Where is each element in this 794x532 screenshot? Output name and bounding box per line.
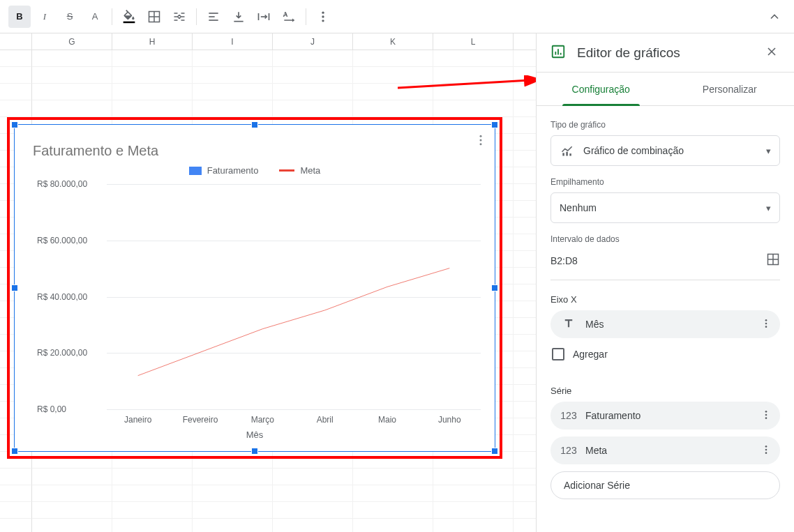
more-vertical-icon — [474, 133, 488, 147]
field-menu-button[interactable] — [758, 441, 774, 460]
toolbar-separator — [306, 8, 306, 25]
tab-customize[interactable]: Personalizar — [666, 73, 795, 105]
svg-rect-0 — [123, 21, 135, 22]
svg-point-10 — [322, 11, 324, 13]
col-header[interactable]: M — [514, 33, 536, 50]
resize-handle[interactable] — [11, 284, 18, 291]
svg-point-11 — [322, 15, 324, 17]
resize-handle[interactable] — [11, 448, 18, 455]
col-header[interactable]: I — [193, 33, 273, 50]
toolbar-separator — [112, 8, 112, 25]
chart-plot-area: R$ 0,00R$ 20.000,00R$ 40.000,00R$ 60.000… — [37, 184, 481, 409]
svg-rect-23 — [562, 153, 564, 155]
svg-point-36 — [765, 448, 767, 450]
italic-icon: I — [43, 11, 46, 22]
chart-title: Faturamento e Meta — [33, 143, 158, 159]
tab-setup[interactable]: Configuração — [537, 73, 666, 105]
borders-button[interactable] — [143, 6, 165, 28]
chart-object[interactable]: Faturamento e Meta Faturamento Meta R$ 0… — [14, 124, 495, 452]
text-rotation-button[interactable] — [278, 6, 300, 28]
col-header[interactable]: H — [112, 33, 193, 50]
more-button[interactable] — [312, 6, 334, 28]
legend-item-faturamento: Faturamento — [189, 165, 259, 176]
chart-type-dropdown[interactable]: Gráfico de combinação ▾ — [550, 135, 780, 166]
x-tick-label: Maio — [378, 415, 396, 425]
x-tick-label: Março — [251, 415, 274, 425]
aggregate-checkbox[interactable] — [552, 348, 564, 360]
y-tick-label: R$ 40.000,00 — [37, 292, 87, 302]
y-tick-label: R$ 60.000,00 — [37, 236, 87, 245]
pill-label: Mês — [585, 319, 749, 330]
stacking-dropdown[interactable]: Nenhum ▾ — [550, 192, 780, 223]
resize-handle[interactable] — [251, 121, 258, 128]
pill-label: Meta — [585, 445, 749, 456]
svg-point-35 — [765, 446, 767, 448]
chart-type-label: Tipo de gráfico — [550, 120, 780, 130]
add-series-button[interactable]: Adicionar Série — [550, 471, 780, 499]
valign-button[interactable] — [227, 6, 250, 28]
xaxis-section-label: Eixo X — [550, 294, 780, 305]
aggregate-row: Agregar — [550, 345, 780, 372]
pill-label: Faturamento — [585, 410, 749, 421]
aggregate-label: Agregar — [573, 349, 608, 360]
field-menu-button[interactable] — [758, 406, 774, 425]
svg-point-29 — [765, 319, 767, 321]
align-button[interactable] — [202, 6, 225, 28]
close-icon — [765, 45, 779, 59]
series-field-meta[interactable]: 123 Meta — [550, 436, 780, 464]
resize-handle[interactable] — [11, 121, 18, 128]
caret-down-icon: ▾ — [766, 146, 771, 156]
panel-header: Editor de gráficos — [537, 33, 794, 73]
chevron-up-icon — [767, 10, 781, 24]
series-field-faturamento[interactable]: 123 Faturamento — [550, 402, 780, 430]
resize-handle[interactable] — [491, 448, 498, 455]
col-header[interactable]: K — [353, 33, 433, 50]
more-vertical-icon — [761, 444, 772, 455]
x-tick-label: Abril — [317, 415, 334, 425]
collapse-toolbar-button[interactable] — [763, 6, 786, 28]
number-type-icon: 123 — [560, 445, 577, 456]
resize-handle[interactable] — [491, 121, 498, 128]
strikethrough-button[interactable]: S — [59, 6, 81, 28]
toolbar: B I S A — [0, 0, 794, 33]
series-section-label: Série — [550, 386, 780, 396]
bold-button[interactable]: B — [8, 6, 31, 28]
resize-handle[interactable] — [251, 448, 258, 455]
italic-button[interactable]: I — [33, 6, 56, 28]
svg-point-33 — [765, 413, 767, 416]
chart-editor-panel: Editor de gráficos Configuração Personal… — [536, 33, 794, 532]
svg-point-15 — [480, 143, 482, 145]
col-header[interactable]: G — [32, 33, 112, 50]
col-header[interactable]: L — [433, 33, 514, 50]
x-tick-label: Janeiro — [124, 415, 151, 425]
text-rotation-icon — [282, 10, 296, 24]
data-range-value: B2:D8 — [550, 255, 578, 266]
legend-swatch-line — [279, 169, 294, 172]
svg-rect-25 — [569, 153, 571, 155]
more-vertical-icon — [761, 409, 772, 420]
field-menu-button[interactable] — [758, 315, 774, 334]
panel-body: Tipo de gráfico Gráfico de combinação ▾ … — [537, 106, 794, 532]
xaxis-field[interactable]: Mês — [550, 310, 780, 338]
merge-cells-button[interactable] — [168, 6, 190, 28]
text-wrap-button[interactable] — [253, 6, 275, 28]
resize-handle[interactable] — [491, 284, 498, 291]
column-headers: G H I J K L M — [0, 33, 536, 50]
spreadsheet-area[interactable]: G H I J K L M Faturamento e Meta — [0, 33, 536, 532]
y-tick-label: R$ 20.000,00 — [37, 348, 87, 358]
chart-menu-button[interactable] — [474, 133, 488, 149]
strikethrough-icon: S — [67, 11, 73, 22]
select-range-button[interactable] — [766, 252, 780, 268]
close-button[interactable] — [761, 40, 783, 65]
bold-icon: B — [16, 11, 22, 22]
svg-point-14 — [480, 139, 482, 142]
x-tick-label: Fevereiro — [183, 415, 218, 425]
number-type-icon: 123 — [560, 410, 577, 421]
col-header[interactable]: J — [273, 33, 353, 50]
border-all-icon — [147, 10, 161, 24]
svg-point-13 — [480, 135, 482, 137]
text-color-button[interactable]: A — [84, 6, 106, 28]
col-corner — [0, 33, 32, 50]
data-range-label: Intervalo de dados — [550, 234, 780, 244]
fill-color-button[interactable] — [118, 6, 140, 28]
